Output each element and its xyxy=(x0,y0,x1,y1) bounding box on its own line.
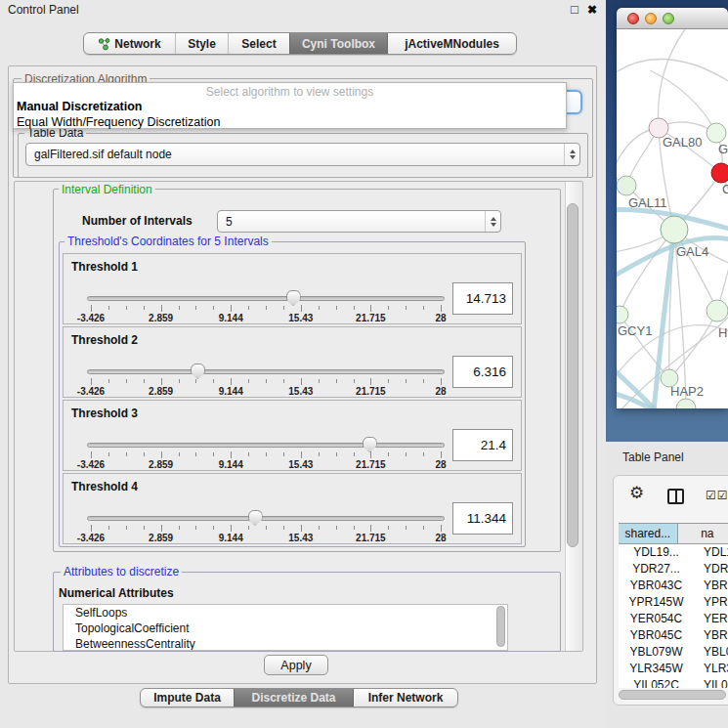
tab-impute-data[interactable]: Impute Data xyxy=(141,689,234,707)
threshold-row: Threshold 3-3.4262.8599.14415.4321.71528… xyxy=(63,400,522,471)
combo-stepper-icon[interactable] xyxy=(564,144,579,165)
network-node[interactable] xyxy=(707,300,728,321)
table-data-combobox[interactable]: galFiltered.sif default node xyxy=(25,143,580,166)
node-table: shared... na YDL19...YDL1YDR27...YDR2YBR… xyxy=(619,523,728,688)
algorithm-option-equal-width[interactable]: Equal Width/Frequency Discretization xyxy=(14,114,566,130)
thresholds-coordinates-title: Threshold's Coordinates for 5 Intervals xyxy=(64,235,272,248)
network-node[interactable] xyxy=(661,216,688,243)
table-row[interactable]: YBR043CYBR0 xyxy=(619,578,728,594)
zoom-traffic-light-icon[interactable] xyxy=(663,13,674,24)
threshold-slider[interactable]: -3.4262.8599.14415.4321.71528 xyxy=(79,436,452,469)
tab-label: Cyni Toolbox xyxy=(302,37,375,51)
section-scrollbar-thumb[interactable] xyxy=(567,203,578,547)
close-traffic-light-icon[interactable] xyxy=(627,13,639,24)
slider-track[interactable] xyxy=(87,296,445,301)
threshold-label: Threshold 4 xyxy=(71,480,138,493)
threshold-value-field[interactable]: 21.4 xyxy=(452,429,513,461)
combo-stepper-icon[interactable] xyxy=(485,211,500,232)
network-node[interactable] xyxy=(617,306,628,323)
attribute-item[interactable]: BetweennessCentrality xyxy=(64,636,507,651)
algorithm-dropdown-popup: Select algorithm to view settings Manual… xyxy=(13,82,567,129)
gear-icon[interactable]: ⚙ xyxy=(629,485,644,501)
table-row[interactable]: YBL079WYBL0 xyxy=(619,644,728,661)
table-row[interactable]: YPR145WYPR1 xyxy=(619,594,728,611)
network-window-titlebar[interactable] xyxy=(617,8,728,29)
threshold-slider[interactable]: -3.4262.8599.14415.4321.71528 xyxy=(79,289,452,322)
tab-select[interactable]: Select xyxy=(228,33,289,54)
apply-button[interactable]: Apply xyxy=(264,655,328,675)
slider-tick xyxy=(144,526,145,530)
slider-thumb-icon[interactable] xyxy=(363,437,377,452)
tab-label: Network xyxy=(114,37,160,51)
table-row[interactable]: YDR27...YDR2 xyxy=(619,561,728,578)
tab-cyni-toolbox[interactable]: Cyni Toolbox xyxy=(289,33,387,54)
slider-tick xyxy=(179,452,180,456)
checkboxes-icon[interactable]: ☑☑ xyxy=(706,489,728,502)
table-row[interactable]: YIL052CYIL0 xyxy=(619,677,728,688)
numerical-attributes-list[interactable]: SelfLoopsTopologicalCoefficientBetweenne… xyxy=(63,604,508,651)
table-horizontal-scrollbar[interactable] xyxy=(619,690,726,700)
slider-tick xyxy=(406,306,407,310)
table-row[interactable]: YDL19...YDL1 xyxy=(619,544,728,561)
column-header-name[interactable]: na xyxy=(678,524,728,543)
slider-thumb-icon[interactable] xyxy=(191,364,205,379)
network-canvas[interactable]: GAL80GCGAL11GAL4GCY1HHAP2 xyxy=(617,29,728,408)
slider-tick xyxy=(354,306,355,310)
threshold-value-field[interactable]: 11.344 xyxy=(452,502,513,535)
slider-tick xyxy=(301,451,302,458)
threshold-slider[interactable]: -3.4262.8599.14415.4321.71528 xyxy=(79,363,452,396)
cell-name: YPR1 xyxy=(695,594,728,611)
threshold-slider[interactable]: -3.4262.8599.14415.4321.71528 xyxy=(79,509,452,542)
slider-tick xyxy=(319,526,320,530)
slider-tick-label: -3.426 xyxy=(77,386,105,397)
attributes-scrollbar-thumb[interactable] xyxy=(496,606,505,647)
threshold-row: Threshold 1-3.4262.8599.14415.4321.71528… xyxy=(63,253,522,324)
threshold-row: Threshold 2-3.4262.8599.14415.4321.71528… xyxy=(63,326,522,398)
threshold-value-field[interactable]: 6.316 xyxy=(452,356,513,388)
table-row[interactable]: YLR345WYLR3 xyxy=(619,661,728,677)
algorithm-option-manual[interactable]: Manual Discretization xyxy=(14,99,566,114)
attribute-item[interactable]: SelfLoops xyxy=(64,605,507,621)
column-header-shared-name[interactable]: shared... xyxy=(619,524,678,543)
slider-thumb-icon[interactable] xyxy=(286,290,301,306)
slider-tick xyxy=(370,451,371,458)
tab-style[interactable]: Style xyxy=(175,33,228,54)
slider-tick xyxy=(354,452,355,456)
slider-tick xyxy=(388,379,389,383)
number-of-intervals-value: 5 xyxy=(218,215,485,229)
tab-network[interactable]: Network xyxy=(84,33,175,54)
slider-tick xyxy=(195,452,196,456)
slider-tick-label: 15.43 xyxy=(288,386,313,397)
slider-tick-label: 28 xyxy=(435,533,446,543)
columns-icon[interactable] xyxy=(667,489,684,504)
tab-infer-network[interactable]: Infer Network xyxy=(353,689,457,707)
control-panel-titlebar: Control Panel □ ✖ xyxy=(0,0,606,20)
attribute-item[interactable]: TopologicalCoefficient xyxy=(64,621,507,636)
slider-track[interactable] xyxy=(87,369,445,374)
network-node[interactable] xyxy=(711,163,728,183)
table-row[interactable]: YER054CYER0 xyxy=(619,611,728,627)
table-panel-region: Table Panel ⚙ ☑☑ shared... na YDL19...YD… xyxy=(606,442,728,728)
slider-track[interactable] xyxy=(87,516,445,521)
tab-jactivemnodules[interactable]: jActiveMNodules xyxy=(387,33,516,54)
close-icon[interactable]: ✖ xyxy=(587,3,597,17)
network-view-window[interactable]: GAL80GCGAL11GAL4GCY1HHAP2 xyxy=(617,8,728,408)
slider-tick xyxy=(195,379,196,383)
minimize-traffic-light-icon[interactable] xyxy=(645,13,657,24)
threshold-value-field[interactable]: 14.713 xyxy=(452,282,513,315)
slider-tick xyxy=(354,526,355,530)
table-row[interactable]: YBR045CYBR0 xyxy=(619,627,728,644)
tab-discretize-data[interactable]: Discretize Data xyxy=(234,689,353,707)
slider-tick xyxy=(319,452,320,456)
slider-track[interactable] xyxy=(87,443,445,448)
slider-tick xyxy=(108,526,109,530)
slider-tick xyxy=(91,378,92,385)
network-node[interactable] xyxy=(707,123,726,143)
network-node[interactable] xyxy=(676,399,696,408)
slider-tick xyxy=(248,526,249,530)
network-node[interactable] xyxy=(617,176,636,195)
slider-thumb-icon[interactable] xyxy=(248,510,263,526)
cell-name: YBR0 xyxy=(695,578,728,594)
float-window-icon[interactable]: □ xyxy=(571,2,578,17)
number-of-intervals-combobox[interactable]: 5 xyxy=(217,210,501,233)
